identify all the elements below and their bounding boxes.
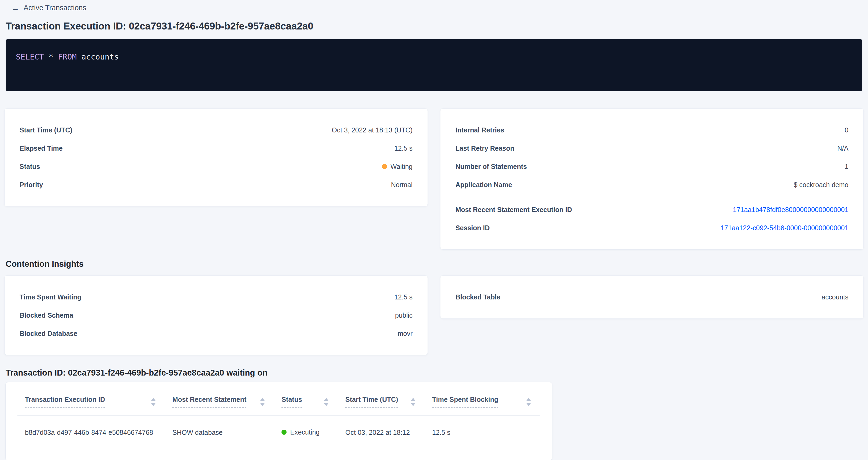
- info-label: Priority: [20, 181, 43, 189]
- info-label: Number of Statements: [456, 163, 527, 171]
- contention-insights-heading: Contention Insights: [6, 259, 868, 269]
- info-value: Oct 3, 2022 at 18:13 (UTC): [332, 126, 412, 134]
- column-header-label: Status: [281, 396, 302, 408]
- info-label: Blocked Table: [456, 293, 500, 301]
- info-label: Start Time (UTC): [20, 126, 72, 134]
- info-row-session-id: Session ID 171aa122-c092-54b8-0000-00000…: [456, 219, 848, 237]
- waiting-transactions-table: Transaction Execution ID Most Recent Sta…: [18, 382, 540, 449]
- status-value: Waiting: [382, 163, 412, 171]
- info-row-internal-retries: Internal Retries 0: [456, 121, 848, 139]
- info-label: Last Retry Reason: [456, 145, 515, 152]
- info-row-last-retry-reason: Last Retry Reason N/A: [456, 139, 848, 157]
- info-row-blocked-table: Blocked Table accounts: [456, 288, 848, 306]
- info-row-blocked-database: Blocked Database movr: [20, 324, 412, 343]
- cell-status: Executing: [274, 416, 338, 449]
- column-header-label: Time Spent Blocking: [432, 396, 498, 408]
- cell-time-spent-blocking: 12.5 s: [425, 416, 540, 449]
- info-label: Status: [20, 163, 40, 171]
- info-label: Blocked Schema: [20, 311, 73, 319]
- info-label: Internal Retries: [456, 126, 504, 134]
- info-row-elapsed-time: Elapsed Time 12.5 s: [20, 139, 412, 157]
- status-text: Waiting: [391, 163, 412, 171]
- status-waiting-dot-icon: [382, 164, 387, 169]
- cell-start-time: Oct 03, 2022 at 18:12: [338, 416, 425, 449]
- info-label: Session ID: [456, 224, 490, 232]
- info-row-status: Status Waiting: [20, 157, 412, 176]
- sql-keyword: FROM: [58, 52, 77, 61]
- contention-card-right: Blocked Table accounts: [440, 275, 864, 319]
- info-label: Elapsed Time: [20, 145, 63, 152]
- contention-card-left: Time Spent Waiting 12.5 s Blocked Schema…: [4, 275, 428, 355]
- column-header-time-spent-blocking[interactable]: Time Spent Blocking: [425, 382, 540, 416]
- sort-icon[interactable]: [151, 398, 156, 406]
- info-row-priority: Priority Normal: [20, 176, 412, 194]
- table-row: b8d7d03a-d497-446b-8474-e50846674768 SHO…: [18, 416, 540, 449]
- info-row-number-of-statements: Number of Statements 1: [456, 157, 848, 176]
- column-header-status[interactable]: Status: [274, 382, 338, 416]
- info-label: Blocked Database: [20, 330, 77, 337]
- back-link-active-transactions[interactable]: ← Active Transactions: [11, 4, 86, 12]
- table-header-row: Transaction Execution ID Most Recent Sta…: [18, 382, 540, 416]
- summary-card-left: Start Time (UTC) Oct 3, 2022 at 18:13 (U…: [4, 108, 428, 206]
- waiting-transactions-card: Transaction Execution ID Most Recent Sta…: [5, 382, 552, 460]
- column-header-label: Transaction Execution ID: [25, 396, 105, 408]
- info-value: 12.5 s: [394, 145, 412, 152]
- column-header-label: Start Time (UTC): [345, 396, 398, 408]
- back-arrow-icon: ←: [11, 4, 19, 12]
- column-header-label: Most Recent Statement: [173, 396, 246, 408]
- sql-keyword: SELECT: [16, 52, 44, 61]
- statement-execution-id-link[interactable]: 171aa1b478fdf0e80000000000000001: [733, 206, 848, 214]
- contention-section: Time Spent Waiting 12.5 s Blocked Schema…: [4, 275, 864, 355]
- info-value: 12.5 s: [394, 293, 412, 301]
- info-row-time-spent-waiting: Time Spent Waiting 12.5 s: [20, 288, 412, 306]
- page-title: Transaction Execution ID: 02ca7931-f246-…: [6, 21, 868, 32]
- summary-card-right: Internal Retries 0 Last Retry Reason N/A…: [440, 108, 864, 250]
- info-value: accounts: [822, 293, 848, 301]
- info-value: public: [395, 311, 412, 319]
- column-header-start-time[interactable]: Start Time (UTC): [338, 382, 425, 416]
- info-label: Most Recent Statement Execution ID: [456, 206, 572, 214]
- info-value: Normal: [391, 181, 412, 189]
- status-text: Executing: [290, 428, 319, 436]
- cell-most-recent-statement: SHOW database: [165, 416, 274, 449]
- sort-icon[interactable]: [411, 398, 415, 406]
- sql-statement-box: SELECT * FROM accounts: [6, 39, 862, 91]
- info-value: 0: [845, 126, 848, 134]
- info-value: 1: [845, 163, 848, 171]
- sort-icon[interactable]: [324, 398, 329, 406]
- info-label: Time Spent Waiting: [20, 293, 82, 301]
- sort-icon[interactable]: [526, 398, 531, 406]
- info-row-statement-execution-id: Most Recent Statement Execution ID 171aa…: [456, 201, 848, 219]
- back-link-label: Active Transactions: [24, 4, 86, 12]
- sql-text: *: [44, 52, 58, 61]
- session-id-link[interactable]: 171aa122-c092-54b8-0000-000000000001: [720, 224, 848, 232]
- cell-transaction-execution-id: b8d7d03a-d497-446b-8474-e50846674768: [18, 416, 165, 449]
- info-row-blocked-schema: Blocked Schema public: [20, 306, 412, 324]
- sort-icon[interactable]: [260, 398, 265, 406]
- column-header-most-recent-statement[interactable]: Most Recent Statement: [165, 382, 274, 416]
- column-header-transaction-execution-id[interactable]: Transaction Execution ID: [18, 382, 165, 416]
- info-value: movr: [398, 330, 412, 337]
- info-row-start-time: Start Time (UTC) Oct 3, 2022 at 18:13 (U…: [20, 121, 412, 139]
- info-value: N/A: [837, 145, 848, 152]
- info-label: Application Name: [456, 181, 512, 189]
- info-row-application-name: Application Name $ cockroach demo: [456, 176, 848, 194]
- waiting-on-heading: Transaction ID: 02ca7931-f246-469b-b2fe-…: [6, 368, 868, 378]
- info-value: $ cockroach demo: [794, 181, 848, 189]
- transaction-details-page: ← Active Transactions Transaction Execut…: [0, 0, 868, 460]
- summary-section: Start Time (UTC) Oct 3, 2022 at 18:13 (U…: [4, 108, 864, 250]
- status-executing-dot-icon: [281, 430, 286, 435]
- sql-text: accounts: [77, 52, 119, 61]
